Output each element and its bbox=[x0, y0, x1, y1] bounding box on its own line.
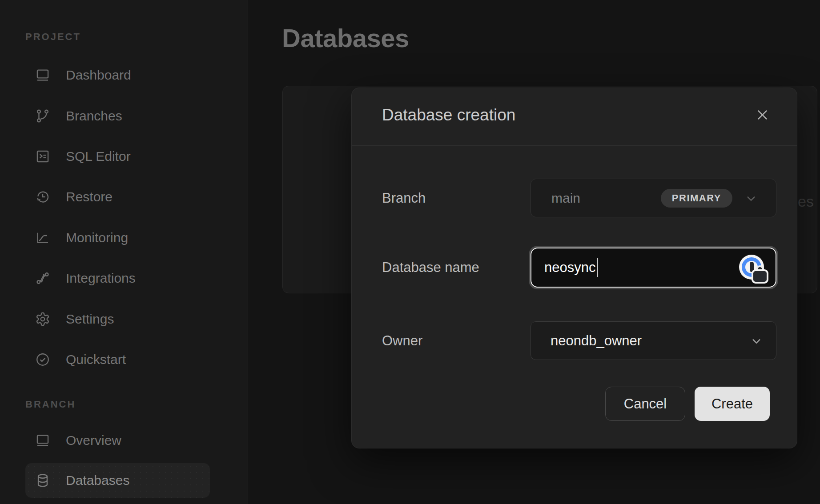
database-name-input[interactable]: neosync bbox=[531, 248, 776, 288]
close-icon bbox=[755, 108, 770, 122]
sidebar-item-label: Restore bbox=[66, 189, 113, 204]
restore-history-icon bbox=[35, 189, 51, 205]
sidebar-section-project: PROJECT bbox=[25, 31, 81, 43]
chevron-down-icon bbox=[744, 191, 758, 205]
text-cursor bbox=[597, 258, 598, 277]
sidebar-item-label: SQL Editor bbox=[66, 149, 131, 164]
sidebar-item-label: Quickstart bbox=[66, 352, 126, 367]
sidebar-item-settings[interactable]: Settings bbox=[25, 299, 210, 339]
git-branch-icon bbox=[35, 108, 51, 124]
sidebar-item-branches[interactable]: Branches bbox=[25, 96, 210, 136]
modal-header-divider bbox=[352, 145, 797, 146]
sidebar-item-label: Dashboard bbox=[66, 68, 131, 83]
database-creation-modal: Database creation Branch main PRIMARY bbox=[351, 88, 797, 448]
onepassword-icon[interactable] bbox=[739, 254, 765, 281]
sidebar-item-restore[interactable]: Restore bbox=[25, 176, 210, 217]
create-button[interactable]: Create bbox=[695, 387, 770, 421]
sidebar-item-sql-editor[interactable]: SQL Editor bbox=[25, 136, 210, 176]
owner-select[interactable]: neondb_owner bbox=[531, 321, 776, 360]
sidebar-section-branch: BRANCH bbox=[25, 399, 76, 410]
owner-select-value: neondb_owner bbox=[551, 333, 642, 349]
overview-icon bbox=[35, 432, 51, 448]
primary-badge: PRIMARY bbox=[661, 189, 732, 208]
check-circle-icon bbox=[35, 352, 51, 368]
sidebar: PROJECT Dashboard Branches bbox=[0, 0, 248, 504]
owner-field-row: Owner neondb_owner bbox=[352, 321, 797, 360]
sidebar-item-label: Settings bbox=[66, 312, 114, 327]
database-name-field-label: Database name bbox=[382, 260, 479, 276]
chevron-down-icon bbox=[749, 334, 764, 348]
branch-field-row: Branch main PRIMARY bbox=[352, 179, 797, 217]
sidebar-item-label: Overview bbox=[66, 433, 121, 448]
modal-footer: Cancel Create bbox=[605, 387, 770, 421]
owner-field-label: Owner bbox=[382, 333, 422, 349]
database-name-field-row: Database name neosync bbox=[352, 248, 797, 288]
database-name-value: neosync bbox=[544, 260, 595, 276]
sidebar-item-label: Monitoring bbox=[66, 230, 128, 245]
app-window: PROJECT Dashboard Branches bbox=[0, 0, 820, 504]
sidebar-item-dashboard[interactable]: Dashboard bbox=[25, 55, 210, 95]
modal-title: Database creation bbox=[382, 106, 515, 124]
sidebar-item-label: Branches bbox=[66, 108, 122, 124]
sidebar-item-databases[interactable]: Databases bbox=[25, 463, 210, 498]
sidebar-item-label: Integrations bbox=[66, 271, 136, 286]
branch-field-label: Branch bbox=[382, 190, 426, 206]
cancel-button[interactable]: Cancel bbox=[605, 387, 685, 421]
sidebar-item-quickstart[interactable]: Quickstart bbox=[25, 339, 210, 380]
page-title: Databases bbox=[282, 23, 409, 53]
dashboard-icon bbox=[35, 67, 51, 83]
branch-select-value: main bbox=[551, 191, 580, 206]
sidebar-item-monitoring[interactable]: Monitoring bbox=[25, 217, 210, 258]
gear-icon bbox=[35, 311, 51, 327]
sql-editor-icon bbox=[35, 148, 51, 164]
branch-select[interactable]: main PRIMARY bbox=[531, 179, 776, 217]
sidebar-item-label: Databases bbox=[66, 473, 129, 488]
monitoring-chart-icon bbox=[35, 230, 51, 246]
sidebar-item-overview[interactable]: Overview bbox=[25, 420, 210, 460]
background-partial-text: es bbox=[798, 193, 814, 210]
lock-icon bbox=[753, 271, 767, 282]
integrations-icon bbox=[35, 270, 51, 286]
close-button[interactable] bbox=[754, 107, 770, 123]
database-icon bbox=[35, 472, 51, 488]
sidebar-item-integrations[interactable]: Integrations bbox=[25, 258, 210, 298]
